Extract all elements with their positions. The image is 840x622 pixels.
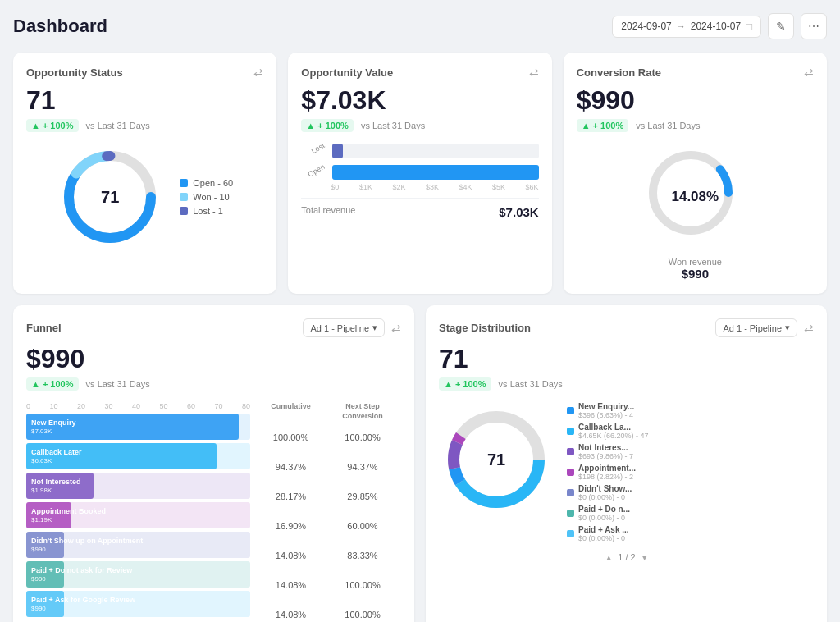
date-range[interactable]: 2024-09-07 → 2024-10-07 □ (612, 16, 761, 38)
more-icon: ⋯ (808, 20, 819, 33)
funnel-sub: ▲ + 100% vs Last 31 Days (26, 377, 401, 391)
prev-page-button[interactable]: ▲ (605, 553, 613, 562)
legend-item-won: Won - 10 (180, 192, 233, 202)
conversion-rate-badge: ▲ + 100% (577, 119, 629, 132)
opportunity-status-value: 71 (26, 85, 263, 116)
date-start: 2024-09-07 (621, 21, 671, 32)
bar-row-lost: Lost (301, 144, 538, 158)
opportunity-status-title: Opportunity Status (26, 66, 123, 79)
edit-button[interactable]: ✎ (768, 13, 794, 39)
opportunity-status-filter-icon[interactable]: ⇄ (253, 66, 263, 79)
funnel-col-headers: Cumulative Next Step Conversion (255, 402, 401, 421)
opportunity-value-value: $7.03K (301, 85, 538, 116)
funnel-pct-section: Cumulative Next Step Conversion 100.00%1… (255, 402, 401, 622)
stage-dot-not-interested (567, 448, 574, 455)
bar-fill-open (332, 165, 538, 180)
pct-row-7: 14.08%100.00% (255, 601, 401, 622)
funnel-badge: ▲ + 100% (26, 377, 79, 391)
opportunity-value-chart: Lost Open $0 $1K $2K (301, 144, 538, 219)
legend-dot-lost (180, 207, 188, 215)
stage-legend-appointment: Appointment... $198 (2.82%) - 2 (567, 464, 649, 481)
opportunity-status-donut: 71 (57, 144, 163, 250)
calendar-icon: □ (746, 21, 752, 33)
bar-label-lost: Lost (301, 141, 326, 161)
top-grid: Opportunity Status ⇄ 71 ▲ + 100% vs Last… (13, 53, 827, 294)
stage-donut-area: 71 New Enquiry... $396 (5.63%) - 4 (439, 402, 814, 562)
stage-dot-paid-no-review (567, 510, 574, 517)
stage-donut: 71 (439, 402, 554, 517)
legend-item-lost: Lost - 1 (180, 206, 233, 216)
funnel-value: $990 (26, 344, 401, 374)
opportunity-value-sub: ▲ + 100% vs Last 31 Days (301, 119, 538, 132)
bar-total-value: $7.03K (499, 205, 538, 219)
legend-dot-won (180, 193, 188, 201)
legend-item-open: Open - 60 (180, 178, 233, 188)
bar-row-open: Open (301, 165, 538, 180)
opportunity-value-filter-icon[interactable]: ⇄ (529, 66, 539, 79)
pct-row-3: 28.17%29.85% (255, 483, 401, 510)
stage-legend-paid-no-review: Paid + Do n... $0 (0.00%) - 0 (567, 505, 649, 522)
stage-distribution-badge: ▲ + 100% (439, 377, 491, 391)
bar-track-open (332, 165, 538, 180)
funnel-bar-row-3: Not Interested $1.98K (26, 473, 250, 499)
funnel-filter-icon[interactable]: ⇄ (391, 322, 401, 335)
funnel-bar-row-1: New Enquiry $7.03K (26, 414, 250, 440)
conversion-rate-donut-area: 14.08% Won revenue $990 (577, 144, 814, 281)
funnel-content: 0 10 20 30 40 50 60 70 80 (26, 402, 401, 622)
funnel-header: Funnel Ad 1 - Pipeline ▾ ⇄ (26, 318, 401, 337)
stage-legend-callback: Callback La... $4.65K (66.20%) - 47 (567, 423, 649, 440)
date-arrow: → (677, 21, 686, 31)
edit-icon: ✎ (776, 20, 786, 33)
chevron-down-icon: ▾ (372, 322, 377, 333)
conversion-rate-won-sub: Won revenue $990 (669, 257, 722, 281)
funnel-pct-rows: 100.00%100.00% 94.37%94.37% 28.17%29.85%… (255, 424, 401, 622)
conversion-rate-card: Conversion Rate ⇄ $990 ▲ + 100% vs Last … (564, 53, 827, 294)
conversion-rate-filter-icon[interactable]: ⇄ (804, 66, 814, 79)
funnel-bar-row-7: Paid + Ask for Google Review $990 (26, 591, 250, 617)
conversion-rate-donut: 14.08% (641, 144, 748, 250)
opportunity-status-legend: Open - 60 Won - 10 Lost - 1 (180, 178, 233, 216)
funnel-pipeline-select[interactable]: Ad 1 - Pipeline ▾ (303, 318, 385, 337)
opportunity-status-badge: ▲ + 100% (26, 119, 79, 132)
stage-distribution-legend: New Enquiry... $396 (5.63%) - 4 Callback… (567, 402, 649, 562)
pagination-row: ▲ 1 / 2 ▼ (567, 552, 649, 562)
next-page-button[interactable]: ▼ (641, 553, 649, 562)
donut-center-label: 71 (101, 188, 119, 207)
pct-row-4: 16.90%60.00% (255, 513, 401, 539)
stage-legend-didnt-show: Didn't Show... $0 (0.00%) - 0 (567, 484, 649, 501)
funnel-axis: 0 10 20 30 40 50 60 70 80 (26, 402, 250, 410)
opportunity-value-badge: ▲ + 100% (301, 119, 354, 132)
opportunity-value-title: Opportunity Value (301, 66, 393, 79)
opportunity-status-card: Opportunity Status ⇄ 71 ▲ + 100% vs Last… (13, 53, 276, 294)
stage-legend-new-enquiry: New Enquiry... $396 (5.63%) - 4 (567, 402, 649, 419)
stage-pipeline-select[interactable]: Ad 1 - Pipeline ▾ (715, 318, 797, 337)
stage-distribution-value: 71 (439, 344, 814, 374)
chevron-down-icon: ▾ (785, 322, 790, 333)
bottom-grid: Funnel Ad 1 - Pipeline ▾ ⇄ $990 ▲ + 100%… (13, 305, 827, 622)
page-title: Dashboard (13, 16, 107, 37)
funnel-bar-row-2: Callback Later $6.63K (26, 443, 250, 469)
badge-arrow: ▲ (582, 121, 591, 130)
opportunity-status-sub: ▲ + 100% vs Last 31 Days (26, 119, 263, 132)
bar-fill-lost (332, 144, 343, 158)
bar-total-row: Total revenue $7.03K (301, 198, 538, 219)
funnel-card: Funnel Ad 1 - Pipeline ▾ ⇄ $990 ▲ + 100%… (13, 305, 414, 622)
pagination-label: 1 / 2 (618, 552, 635, 562)
bar-track-lost (332, 144, 538, 158)
stage-legend-not-interested: Not Interes... $693 (9.86%) - 7 (567, 443, 649, 460)
opportunity-status-donut-area: 71 Open - 60 Won - 10 Lost - 1 (26, 144, 263, 250)
funnel-title: Funnel (26, 322, 62, 334)
more-button[interactable]: ⋯ (801, 13, 827, 39)
pct-row-2: 94.37%94.37% (255, 454, 401, 480)
stage-distribution-sub: ▲ + 100% vs Last 31 Days (439, 377, 814, 391)
conversion-rate-sub: ▲ + 100% vs Last 31 Days (577, 119, 814, 132)
pct-row-6: 14.08%100.00% (255, 572, 401, 598)
stage-filter-icon[interactable]: ⇄ (804, 322, 814, 335)
stage-distribution-title: Stage Distribution (439, 322, 531, 334)
conversion-rate-won-value: $990 (682, 267, 709, 281)
bar-label-open: Open (301, 162, 326, 182)
stage-dot-callback (567, 428, 574, 435)
pct-row-5: 14.08%83.33% (255, 542, 401, 569)
funnel-bar-list: New Enquiry $7.03K Callback Later $6.63K (26, 414, 250, 617)
conversion-rate-title: Conversion Rate (577, 66, 661, 79)
